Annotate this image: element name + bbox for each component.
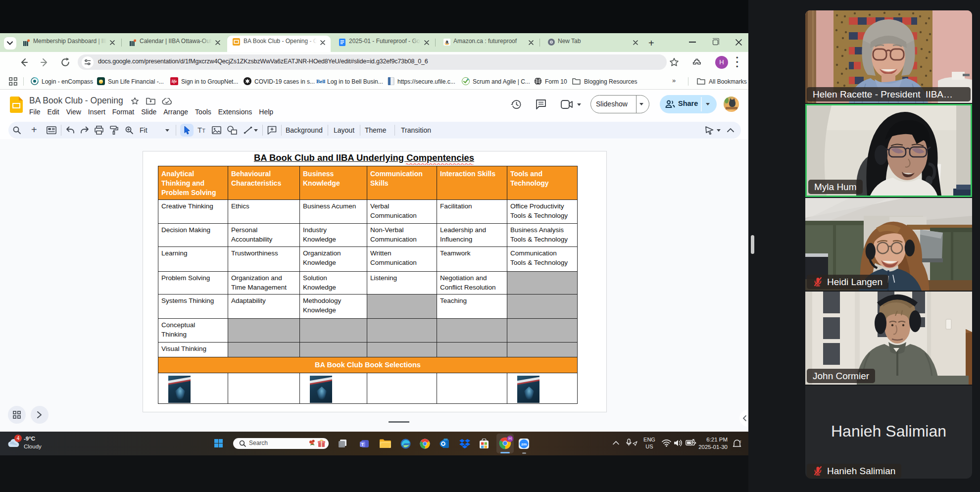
svg-text:Bell: Bell — [316, 78, 325, 84]
svg-text:z: z — [739, 440, 741, 443]
svg-text:T: T — [361, 442, 364, 447]
svg-text:life: life — [172, 79, 177, 84]
svg-text:zm: zm — [521, 442, 527, 446]
svg-text:a: a — [445, 39, 448, 45]
